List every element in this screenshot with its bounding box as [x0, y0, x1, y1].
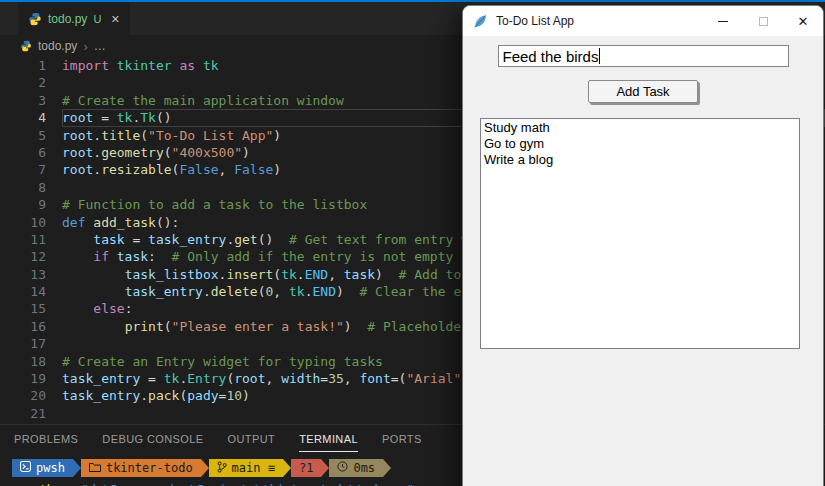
window-title: To-Do List App — [496, 14, 574, 28]
shell-icon — [20, 461, 31, 475]
powerline-arrow-icon — [201, 459, 209, 477]
title-bar[interactable]: To-Do List App ✕ — [463, 6, 823, 36]
line-number: 9 — [0, 196, 46, 213]
task-entry[interactable]: Feed the birds — [498, 45, 789, 67]
line-number: 1 — [0, 57, 46, 74]
task-item[interactable]: Write a blog — [484, 152, 799, 168]
powerline-arrow-icon — [283, 459, 291, 477]
panel-tab-debug-console[interactable]: DEBUG CONSOLE — [102, 425, 203, 452]
line-number: 21 — [0, 405, 46, 422]
line-number: 12 — [0, 248, 46, 265]
line-number: 5 — [0, 127, 46, 144]
screenshot-root: todo.py U × todo.py › … 1234567891011121… — [0, 0, 825, 486]
breadcrumb-file[interactable]: todo.py — [38, 39, 77, 53]
close-button[interactable]: ✕ — [783, 6, 823, 36]
line-number: 7 — [0, 161, 46, 178]
clock-icon — [337, 461, 348, 475]
task-item[interactable]: Go to gym — [484, 136, 799, 152]
line-numbers: 123456789101112131415161718192021 — [0, 57, 46, 424]
line-number: 16 — [0, 318, 46, 335]
panel-tab-terminal[interactable]: TERMINAL — [299, 425, 358, 452]
line-number: 11 — [0, 231, 46, 248]
add-task-button[interactable]: Add Task — [588, 80, 697, 103]
prompt-segment-git-branch: main ≡ — [209, 459, 283, 477]
prompt-segment-folder: tkinter-todo — [81, 459, 201, 477]
powerline-arrow-icon — [321, 459, 329, 477]
minimize-icon — [718, 21, 728, 22]
line-number: 15 — [0, 300, 46, 317]
tab-todo-py[interactable]: todo.py U × — [18, 2, 130, 35]
python-file-icon — [28, 12, 42, 26]
line-number: 20 — [0, 387, 46, 404]
line-number: 6 — [0, 144, 46, 161]
chevron-right-icon: › — [83, 39, 87, 54]
line-number: 13 — [0, 266, 46, 283]
folder-icon — [89, 461, 101, 475]
panel-tab-ports[interactable]: PORTS — [382, 425, 422, 452]
panel-tab-output[interactable]: OUTPUT — [228, 425, 276, 452]
line-number: 18 — [0, 353, 46, 370]
prompt-segment-shell: pwsh — [12, 459, 73, 477]
line-number: 4 — [0, 109, 46, 126]
tab-filename: todo.py — [48, 12, 87, 26]
minimize-button[interactable] — [703, 6, 743, 36]
window-controls: ✕ — [703, 6, 823, 36]
todo-app-window: To-Do List App ✕ Feed the birds Add Task… — [462, 5, 824, 486]
line-number: 14 — [0, 283, 46, 300]
powerline-arrow-icon — [383, 459, 391, 477]
breadcrumb-symbol[interactable]: … — [94, 39, 106, 53]
maximize-icon — [759, 17, 768, 26]
task-item[interactable]: Study math — [484, 120, 799, 136]
line-number: 2 — [0, 74, 46, 91]
task-entry-value: Feed the birds — [503, 48, 599, 65]
python-file-icon — [20, 40, 32, 52]
line-number: 3 — [0, 92, 46, 109]
prompt-segment-duration: 0ms — [329, 459, 383, 477]
task-listbox[interactable]: Study mathGo to gymWrite a blog — [480, 118, 800, 349]
branch-icon — [217, 461, 227, 476]
app-body: Feed the birds Add Task Study mathGo to … — [463, 36, 823, 349]
tk-feather-icon — [473, 14, 488, 29]
panel-tab-problems[interactable]: PROBLEMS — [14, 425, 78, 452]
prompt-segment-git-status: ?1 — [291, 459, 321, 477]
git-status-badge: U — [93, 13, 101, 25]
line-number: 8 — [0, 179, 46, 196]
close-icon[interactable]: × — [111, 11, 119, 27]
line-number: 17 — [0, 335, 46, 352]
line-number: 10 — [0, 214, 46, 231]
powerline-arrow-icon — [73, 459, 81, 477]
text-caret — [599, 48, 600, 64]
line-number: 19 — [0, 370, 46, 387]
maximize-button — [743, 6, 783, 36]
